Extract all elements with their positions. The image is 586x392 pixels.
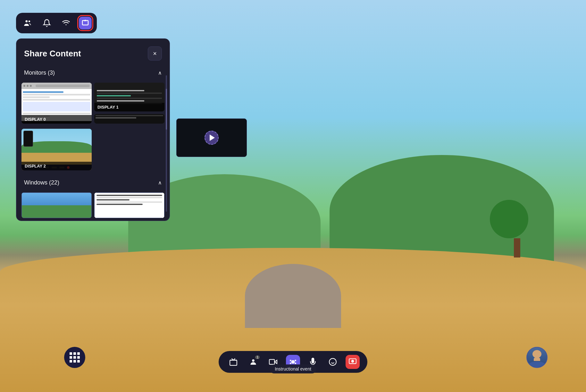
content-line-5 xyxy=(23,113,90,114)
avatar-button[interactable] xyxy=(526,347,548,368)
dot3 xyxy=(77,352,80,355)
content-block xyxy=(23,102,90,111)
tooltip-text: Instructional event xyxy=(275,366,311,372)
window-2-item[interactable] xyxy=(94,192,164,218)
monitors-chevron-icon: ∧ xyxy=(158,70,162,76)
monitor-grid: DISPLAY 0 DISPLAY 1 xyxy=(21,80,164,126)
emoji-icon[interactable] xyxy=(326,355,340,369)
w2-line-1 xyxy=(96,195,162,196)
svg-point-17 xyxy=(352,360,354,363)
avatar-shoulders xyxy=(529,362,545,367)
close-button[interactable]: × xyxy=(148,46,162,61)
scrollbar-thumb xyxy=(166,89,167,130)
dot2 xyxy=(27,85,29,87)
content-line-2 xyxy=(23,94,90,95)
windows-chevron-icon: ∧ xyxy=(158,180,162,186)
tree xyxy=(506,200,528,257)
play-triangle-icon xyxy=(210,135,215,141)
svg-point-13 xyxy=(329,358,336,365)
phone xyxy=(23,131,33,147)
window-1-thumb xyxy=(21,192,92,218)
apps-grid-icon xyxy=(70,352,80,363)
dark-line-2 xyxy=(96,117,136,118)
window-2-thumb xyxy=(94,192,164,218)
screen-share-preview xyxy=(176,118,247,157)
dot9 xyxy=(77,360,80,363)
people-icon[interactable] xyxy=(21,17,34,29)
participants-badge: 1 xyxy=(255,355,260,359)
tree-top xyxy=(490,200,528,238)
dot1 xyxy=(23,85,25,87)
w2-line-5 xyxy=(96,204,143,205)
svg-point-0 xyxy=(26,20,28,22)
svg-rect-6 xyxy=(230,360,237,365)
display-0-item[interactable]: DISPLAY 0 xyxy=(21,83,92,124)
monitors-section-title: Monitors (3) xyxy=(24,69,55,76)
display-0-bar xyxy=(21,83,92,89)
dot5 xyxy=(73,356,76,359)
svg-rect-9 xyxy=(269,359,274,364)
window-1-sky xyxy=(22,193,91,205)
panel-content: Monitors (3) ∧ xyxy=(16,66,170,221)
code-line-1 xyxy=(97,90,144,91)
display-2-label: DISPLAY 2 xyxy=(21,162,92,170)
preview-play-button[interactable] xyxy=(205,131,219,145)
code-line-5 xyxy=(97,100,144,102)
monitors-section-header[interactable]: Monitors (3) ∧ xyxy=(21,66,164,80)
w2-line-3 xyxy=(96,199,130,200)
avatar-body xyxy=(527,347,547,367)
panel-header: Share Content × xyxy=(16,39,170,66)
display-1-item[interactable]: DISPLAY 1 xyxy=(94,83,164,111)
dot6 xyxy=(77,356,80,359)
road xyxy=(245,264,341,328)
share-content-icon[interactable] xyxy=(79,17,92,29)
record-icon[interactable] xyxy=(346,355,360,369)
clapperboard-icon[interactable] xyxy=(226,355,240,369)
top-toolbar xyxy=(16,13,97,33)
dot3 xyxy=(30,85,32,87)
display-0-label: DISPLAY 0 xyxy=(21,115,92,124)
dot1 xyxy=(70,352,72,355)
code-line-2 xyxy=(97,93,162,94)
svg-rect-4 xyxy=(82,20,88,25)
dot7 xyxy=(70,360,72,363)
code-line-3 xyxy=(97,95,131,96)
instructional-event-tooltip: Instructional event xyxy=(270,364,316,373)
share-content-panel: Share Content × Monitors (3) ∧ xyxy=(16,38,170,221)
windows-section-header[interactable]: Windows (22) ∧ xyxy=(21,176,164,190)
panel-scrollbar[interactable] xyxy=(166,75,167,212)
w2-line-2 xyxy=(96,197,162,198)
participants-icon[interactable]: 1 xyxy=(246,355,260,369)
display-2-grid: DISPLAY 2 xyxy=(21,126,164,173)
content-line-4 xyxy=(23,99,90,101)
windows-section-title: Windows (22) xyxy=(24,179,59,186)
panel-title: Share Content xyxy=(24,49,81,59)
dark-content xyxy=(94,114,164,124)
alert-icon[interactable] xyxy=(40,17,53,29)
dot4 xyxy=(70,356,72,359)
content-line-1 xyxy=(23,91,63,93)
avatar-neck xyxy=(534,357,540,361)
address-bar xyxy=(36,85,90,87)
tree-trunk xyxy=(514,238,520,257)
display-2-item[interactable]: DISPLAY 2 xyxy=(21,129,92,170)
dot2 xyxy=(73,352,76,355)
content-line-3 xyxy=(23,96,50,98)
w2-line-4 xyxy=(96,201,162,203)
window-1-ground xyxy=(22,205,91,218)
svg-point-1 xyxy=(29,20,30,22)
dark-line-1 xyxy=(96,115,163,116)
display-1-dark-item[interactable] xyxy=(94,114,164,124)
display-1-2-column: DISPLAY 1 xyxy=(94,83,164,124)
code-line-4 xyxy=(97,98,162,99)
svg-point-8 xyxy=(252,359,255,362)
windows-grid xyxy=(21,190,164,221)
svg-point-10 xyxy=(291,360,295,364)
window-1-item[interactable] xyxy=(21,192,92,218)
wifi-icon[interactable] xyxy=(60,17,72,29)
dot8 xyxy=(73,360,76,363)
display-1-dark xyxy=(94,114,164,124)
apps-button[interactable] xyxy=(64,347,85,368)
display-1-label: DISPLAY 1 xyxy=(94,103,164,111)
